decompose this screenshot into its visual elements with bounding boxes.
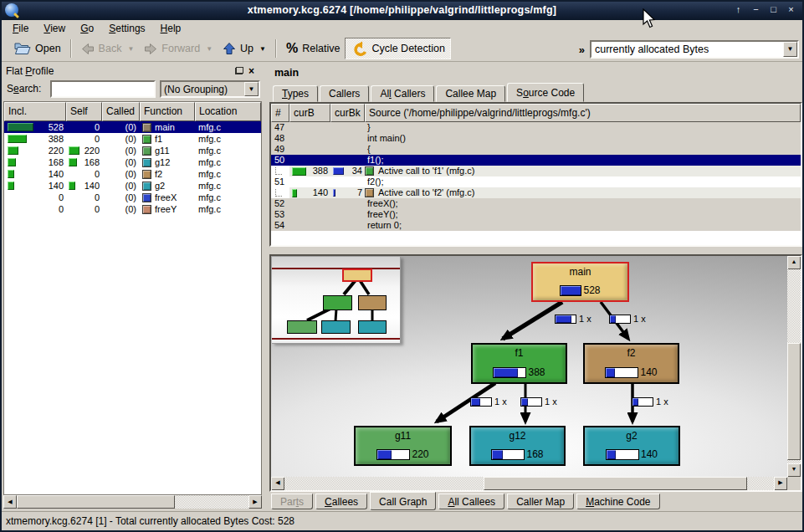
graph-node-g2[interactable]: g2 140 bbox=[583, 426, 680, 466]
column-header-line[interactable]: # bbox=[271, 104, 289, 122]
table-row[interactable]: 140 0 (0) f2 mfg.c bbox=[4, 168, 261, 180]
scroll-right-icon[interactable]: ▶ bbox=[248, 495, 262, 509]
tab-all-callers[interactable]: All Callers bbox=[371, 85, 434, 102]
graph-vscrollbar[interactable]: ▲ ▼ bbox=[787, 256, 801, 477]
source-line[interactable]: 53 freeY(); bbox=[271, 209, 801, 220]
tab-all-callees[interactable]: All Callees bbox=[438, 494, 504, 509]
source-line[interactable]: 54 return 0; bbox=[271, 220, 801, 231]
tab-callers[interactable]: Callers bbox=[320, 85, 369, 102]
graph-node-main[interactable]: main 528 bbox=[531, 262, 629, 302]
graph-node-g12[interactable]: g12 168 bbox=[469, 426, 566, 466]
graph-node-g11[interactable]: g11 220 bbox=[354, 426, 452, 466]
panel-splitter[interactable] bbox=[264, 62, 269, 507]
search-input[interactable] bbox=[50, 80, 156, 98]
tab-callee-map[interactable]: Callee Map bbox=[436, 85, 505, 102]
tab-callees[interactable]: Callees bbox=[315, 494, 367, 509]
column-header-called[interactable]: Called bbox=[102, 102, 140, 121]
flat-profile-hscrollbar[interactable]: ◀ ▶ bbox=[3, 495, 262, 509]
column-header-function[interactable]: Function bbox=[140, 102, 195, 121]
menu-go[interactable]: Go bbox=[73, 21, 101, 36]
graph-node-f1[interactable]: f1 388 bbox=[471, 343, 567, 384]
scroll-down-icon[interactable]: ▼ bbox=[787, 463, 801, 477]
scroll-up-icon[interactable]: ▲ bbox=[787, 256, 801, 269]
source-call-line[interactable]: 140 7 Active call to 'f2' (mfg.c) bbox=[271, 187, 801, 198]
flat-profile-dock-header[interactable]: Flat Profile × bbox=[3, 64, 262, 78]
scrollbar-thumb[interactable] bbox=[484, 477, 747, 490]
percent-icon: % bbox=[286, 41, 298, 56]
source-line[interactable]: 51 f2(); bbox=[271, 176, 801, 187]
minimap-node-f2 bbox=[358, 295, 387, 310]
scrollbar-thumb[interactable] bbox=[17, 495, 175, 509]
dock-close-icon[interactable]: × bbox=[248, 66, 259, 76]
table-row[interactable]: 140 140 (0) g2 mfg.c bbox=[4, 180, 261, 192]
source-line-selected[interactable]: 50 f1(); bbox=[271, 155, 801, 166]
menu-file[interactable]: File bbox=[5, 21, 36, 36]
edge-label-main-f2[interactable]: 1 x bbox=[609, 314, 646, 324]
edge-label-f1-g11[interactable]: 1 x bbox=[470, 396, 507, 407]
app-icon bbox=[5, 3, 18, 17]
graph-node-f2[interactable]: f2 140 bbox=[583, 343, 679, 384]
tab-caller-map[interactable]: Caller Map bbox=[507, 494, 574, 509]
combo-dropdown-icon[interactable]: ▼ bbox=[783, 42, 797, 57]
column-header-curb[interactable]: curB bbox=[289, 104, 330, 122]
source-code-view: # curB curBk Source ('/home/philippe/val… bbox=[269, 102, 802, 247]
table-row[interactable]: 168 168 (0) g12 mfg.c bbox=[4, 156, 261, 168]
search-row: Search: (No Grouping) ▼ bbox=[3, 79, 262, 100]
menu-settings[interactable]: Settings bbox=[101, 21, 152, 36]
tab-machine-code[interactable]: Machine Code bbox=[576, 494, 659, 509]
graph-minimap[interactable] bbox=[272, 257, 401, 344]
table-row[interactable]: 0 0 (0) freeX mfg.c bbox=[4, 192, 261, 203]
edge-label-f2-g2[interactable]: 1 x bbox=[632, 396, 668, 407]
open-button[interactable]: Open bbox=[8, 38, 66, 59]
back-button: Back ▼ bbox=[76, 38, 140, 59]
edge-label-f1-g12[interactable]: 1 x bbox=[520, 396, 557, 407]
toolbar-separator bbox=[70, 39, 72, 58]
scrollbar-thumb[interactable] bbox=[787, 343, 801, 460]
source-line[interactable]: 47 } bbox=[271, 122, 801, 133]
event-type-combobox[interactable]: currently allocated Bytes ▼ bbox=[590, 40, 799, 59]
column-header-source[interactable]: Source ('/home/philippe/valgrind/littlep… bbox=[365, 104, 801, 122]
titlebar[interactable]: xtmemory.kcg.6274 [/home/philippe/valgri… bbox=[0, 0, 804, 20]
dock-float-icon[interactable] bbox=[235, 67, 243, 74]
source-line[interactable]: 52 freeX(); bbox=[271, 198, 801, 209]
source-line[interactable]: 48 int main() bbox=[271, 133, 801, 144]
close-button[interactable]: × bbox=[785, 3, 797, 16]
up-arrow-icon bbox=[223, 42, 236, 55]
menu-help[interactable]: Help bbox=[153, 21, 189, 36]
call-graph-canvas[interactable]: main 528 f1 388 f2 140 g11 220 g12 168 g… bbox=[271, 256, 787, 477]
scroll-left-icon[interactable]: ◀ bbox=[3, 495, 17, 509]
combo-dropdown-icon[interactable]: ▼ bbox=[244, 82, 259, 96]
up-dropdown-caret[interactable]: ▼ bbox=[259, 45, 266, 53]
open-folder-icon bbox=[13, 41, 31, 56]
tab-call-graph[interactable]: Call Graph bbox=[370, 492, 436, 510]
minimize-button[interactable]: − bbox=[750, 3, 762, 16]
scroll-left-icon[interactable]: ◀ bbox=[271, 477, 284, 490]
tab-source-code[interactable]: Source Code bbox=[507, 83, 584, 102]
source-line[interactable]: 49 { bbox=[271, 144, 801, 155]
maximize-button[interactable]: □ bbox=[767, 3, 780, 16]
source-call-line[interactable]: 388 34 Active call to 'f1' (mfg.c) bbox=[271, 166, 801, 176]
grouping-combobox[interactable]: (No Grouping) ▼ bbox=[160, 80, 260, 98]
scrollbar-corner bbox=[787, 477, 801, 490]
menubar: File View Go Settings Help bbox=[2, 20, 802, 36]
table-row[interactable]: 220 220 (0) g11 mfg.c bbox=[4, 145, 261, 156]
menu-view[interactable]: View bbox=[36, 21, 73, 36]
keep-above-button[interactable]: ↑ bbox=[732, 3, 745, 16]
table-row[interactable]: 528 0 (0) main mfg.c bbox=[4, 121, 261, 133]
column-header-curbk[interactable]: curBk bbox=[330, 104, 365, 122]
column-header-location[interactable]: Location bbox=[195, 102, 261, 121]
scroll-right-icon[interactable]: ▶ bbox=[774, 477, 787, 490]
edge-label-main-f1[interactable]: 1 x bbox=[555, 314, 591, 324]
toolbar-overflow-chevron[interactable]: » bbox=[579, 43, 585, 56]
flat-profile-title: Flat Profile bbox=[3, 65, 235, 77]
column-header-self[interactable]: Self bbox=[66, 102, 102, 121]
tab-types[interactable]: Types bbox=[273, 85, 318, 102]
table-row[interactable]: 0 0 (0) freeY mfg.c bbox=[4, 203, 261, 215]
table-row[interactable]: 388 0 (0) f1 mfg.c bbox=[4, 133, 261, 145]
call-graph-panel: main 528 f1 388 f2 140 g11 220 g12 168 g… bbox=[269, 254, 802, 492]
column-header-incl[interactable]: Incl. bbox=[4, 102, 66, 121]
up-button[interactable]: Up ▼ bbox=[218, 38, 271, 59]
graph-hscrollbar[interactable]: ◀ ▶ bbox=[271, 477, 787, 490]
relative-toggle-button[interactable]: % Relative bbox=[281, 38, 345, 59]
cycle-detection-toggle-button[interactable]: Cycle Detection bbox=[345, 38, 451, 59]
